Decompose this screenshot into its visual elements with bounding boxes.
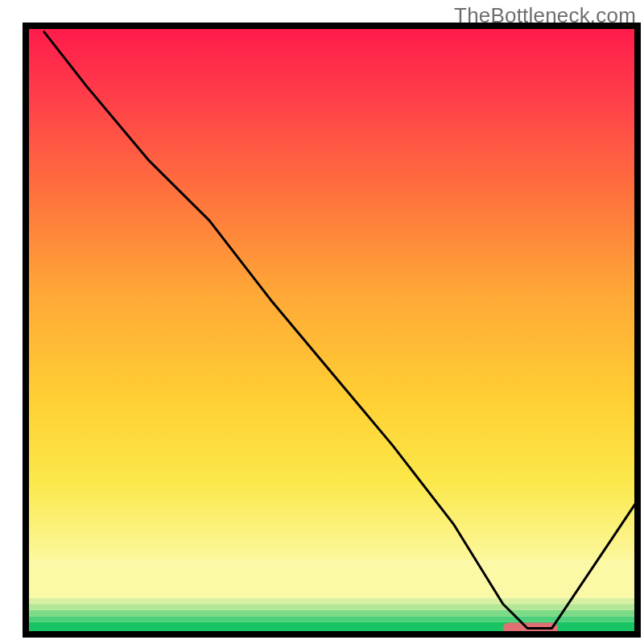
svg-rect-3 (26, 604, 638, 610)
watermark-text: TheBottleneck.com (454, 3, 636, 28)
svg-rect-5 (26, 561, 638, 597)
svg-rect-2 (26, 610, 638, 617)
chart-container: TheBottleneck.com (0, 0, 644, 644)
svg-rect-6 (26, 26, 638, 561)
svg-rect-4 (26, 598, 638, 605)
svg-rect-1 (26, 616, 638, 622)
bottleneck-chart (0, 0, 644, 644)
